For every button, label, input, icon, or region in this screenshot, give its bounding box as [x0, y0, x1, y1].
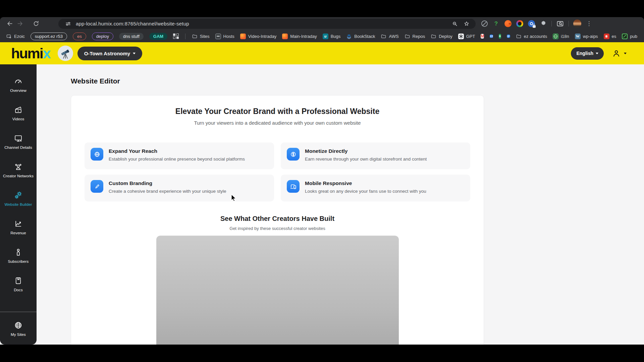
forward-arrow-icon	[17, 20, 23, 27]
feature-description: Establish your professional online prese…	[109, 157, 245, 162]
bookmark-ezoic[interactable]: Ezoic	[6, 34, 25, 39]
paintbrush-icon	[91, 180, 103, 193]
sidebar-item-channel-details[interactable]: Channel Details	[0, 127, 37, 156]
profile-avatar[interactable]	[573, 20, 581, 28]
bookmark-main-intraday[interactable]: Main-Intraday	[282, 34, 317, 39]
extensions-puzzle-icon[interactable]	[539, 20, 547, 28]
bookmark-folder-deploy[interactable]: Deploy	[431, 34, 452, 39]
folder-icon	[431, 34, 436, 39]
camera-ring-extension-icon[interactable]	[516, 20, 524, 28]
bookmark-gpt[interactable]: GPT	[458, 34, 475, 39]
sidebar-item-videos[interactable]: Videos	[0, 99, 37, 127]
bookmark-i18n[interactable]: i18n	[553, 34, 569, 39]
page-title: Website Editor	[71, 77, 644, 85]
bookmark-bugs[interactable]: u Bugs	[323, 34, 341, 39]
toolbar-separator	[569, 21, 569, 26]
bookmark-gam[interactable]: GAM	[149, 33, 167, 40]
bookmark-deploy-pill[interactable]: deploy	[92, 33, 113, 40]
language-button[interactable]: English	[571, 47, 604, 60]
bookmark-wp-aips[interactable]: W wp-aips	[575, 34, 598, 39]
line-chart-icon	[14, 219, 23, 228]
sidebar-item-my-sites[interactable]: My Sites	[0, 312, 37, 341]
folder-icon	[516, 34, 522, 39]
bookmark-es-pill[interactable]: es	[73, 33, 86, 40]
pub-icon	[622, 34, 628, 39]
feature-custom-branding: Custom Branding Create a cohesive brand …	[85, 175, 274, 201]
telescope-image	[58, 46, 73, 61]
showcase-title: See What Other Creators Have Built	[85, 215, 470, 223]
channel-selector-button[interactable]: O-Town Astronomy	[77, 47, 143, 60]
bookmark-video-intraday[interactable]: Video-Intraday	[240, 34, 276, 39]
humix-logo[interactable]: humix	[11, 46, 50, 61]
bookstack-icon	[346, 34, 352, 39]
forward-button[interactable]	[15, 19, 25, 29]
feature-monetize-directly: Monetize Directly Earn revenue through y…	[281, 142, 470, 169]
hero-title: Elevate Your Creator Brand with a Profes…	[85, 107, 470, 116]
help-extension-icon[interactable]: ?	[492, 20, 500, 28]
bookmark-star-icon[interactable]	[464, 21, 470, 27]
password-manager-extension-icon[interactable]	[527, 20, 535, 28]
sidebar-item-subscribers[interactable]: Subscribers	[0, 241, 37, 270]
website-editor-card: Elevate Your Creator Brand with a Profes…	[71, 95, 484, 345]
calendar-icon[interactable]: 22	[490, 35, 493, 38]
chevron-down-icon	[133, 53, 136, 54]
green-globe-icon	[553, 34, 558, 39]
site-settings-icon[interactable]	[65, 21, 71, 27]
sidebar-item-overview[interactable]: Overview	[0, 70, 37, 99]
clapperboard-icon	[14, 105, 23, 114]
sidebar-item-revenue[interactable]: Revenue	[0, 213, 37, 241]
feature-title: Expand Your Reach	[109, 148, 245, 154]
disabled-extension-icon[interactable]	[480, 20, 488, 28]
bookmark-bookstack[interactable]: BookStack	[346, 34, 375, 39]
gears-icon	[14, 191, 23, 200]
showcase-subtitle: Get inspired by these successful creator…	[85, 226, 470, 231]
sidebar-item-docs[interactable]: Docs	[0, 270, 37, 298]
sidebar-item-creator-networks[interactable]: Creator Networks	[0, 156, 37, 184]
grafana-icon	[282, 34, 288, 39]
feature-title: Custom Branding	[109, 180, 226, 186]
bookmark-es-red[interactable]: es	[604, 34, 616, 39]
extensions-area: ? ⋮	[480, 20, 593, 28]
app-header: humix O-Town Astronomy E	[0, 42, 644, 64]
mouse-cursor	[230, 194, 237, 202]
bookmark-support-ez-r53[interactable]: support.ez r53	[31, 33, 67, 40]
monitor-icon	[14, 134, 23, 143]
sidebar-item-website-builder[interactable]: Website Builder	[0, 184, 37, 213]
hero-subtitle: Turn your viewers into a dedicated audie…	[85, 120, 470, 126]
bug-tracker-icon: u	[323, 34, 328, 39]
bookmark-folder-repos[interactable]: Repos	[405, 34, 425, 39]
bookmark-folder-ez-accounts[interactable]: ez accounts	[516, 34, 547, 39]
toolbar-separator	[551, 21, 552, 26]
url-bar[interactable]: app-local.humix.com:8765/channel/website…	[58, 19, 476, 29]
apps-grid-icon[interactable]	[173, 34, 179, 39]
feature-title: Monetize Directly	[305, 148, 427, 154]
feature-description: Looks great on any device your fans use …	[305, 189, 426, 194]
channel-avatar[interactable]	[58, 46, 73, 61]
tab-search-icon[interactable]	[556, 20, 564, 28]
browser-toolbar: app-local.humix.com:8765/channel/website…	[0, 17, 644, 30]
gmail-icon[interactable]: M	[481, 34, 484, 39]
devices-icon	[287, 180, 300, 193]
bookmark-pub[interactable]: pub	[622, 34, 637, 39]
url-text[interactable]: app-local.humix.com:8765/channel/website…	[76, 21, 189, 26]
bookmark-folder-aws[interactable]: AWS	[381, 34, 398, 39]
openai-icon	[458, 34, 464, 39]
bookmark-hosts[interactable]: Hosts	[215, 34, 234, 39]
back-button[interactable]	[5, 19, 15, 29]
globe-icon	[91, 148, 103, 161]
feature-description: Create a cohesive brand experience with …	[109, 189, 226, 194]
reload-button[interactable]	[31, 19, 41, 29]
ezoic-extension-icon[interactable]	[504, 20, 512, 28]
bookmark-dns-stuff[interactable]: dns stuff	[119, 33, 144, 40]
sheets-icon[interactable]: +	[499, 34, 501, 39]
person-icon	[612, 49, 621, 58]
person-icon	[14, 248, 23, 257]
bookmark-folder-sites[interactable]: Sites	[192, 34, 210, 39]
feature-description: Earn revenue through your own digital st…	[305, 157, 427, 162]
bookmarks-bar: Ezoic support.ez r53 es deploy dns stuff…	[0, 30, 644, 42]
account-menu[interactable]	[612, 49, 627, 58]
creator-website-preview[interactable]	[156, 236, 399, 345]
zoom-icon[interactable]	[452, 21, 458, 27]
docs-icon[interactable]	[507, 35, 510, 38]
browser-menu-icon[interactable]: ⋮	[585, 20, 593, 28]
